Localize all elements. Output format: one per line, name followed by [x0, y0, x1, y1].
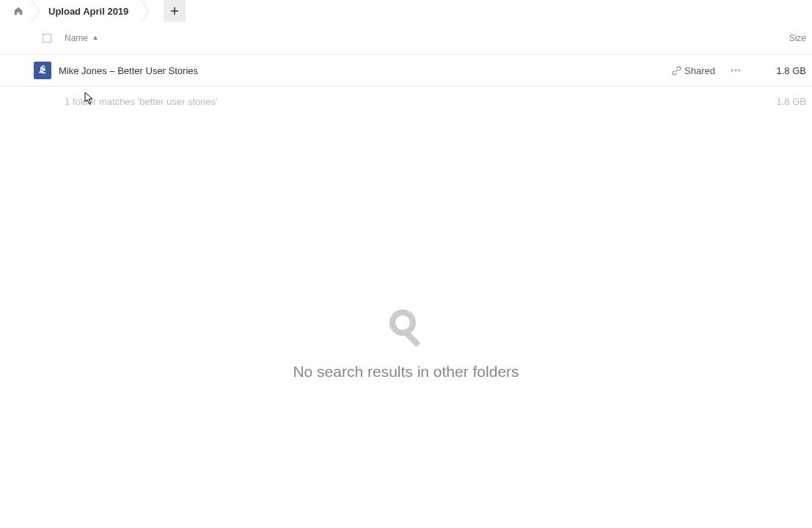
shared-indicator[interactable]: Shared	[672, 65, 715, 76]
summary-size: 1.8 GB	[762, 96, 806, 107]
svg-point-4	[735, 70, 737, 72]
breadcrumb-separator-icon	[31, 0, 41, 22]
folder-shared-icon	[34, 62, 51, 79]
search-icon	[388, 308, 425, 350]
name-column-header[interactable]: Name	[65, 33, 762, 43]
shared-label: Shared	[684, 65, 715, 76]
file-row[interactable]: Mike Jones – Better User Stories Shared …	[0, 55, 812, 87]
size-column-header[interactable]: Size	[762, 33, 806, 43]
svg-point-3	[731, 70, 734, 72]
empty-state-text: No search results in other folders	[293, 363, 519, 381]
breadcrumb-current-label: Upload April 2019	[48, 6, 128, 17]
summary-row: 1 folder matches 'better user stories' 1…	[0, 87, 812, 116]
plus-icon	[170, 7, 179, 15]
name-column-label: Name	[65, 33, 88, 43]
file-name: Mike Jones – Better User Stories	[59, 65, 672, 76]
breadcrumb: Upload April 2019	[0, 0, 812, 22]
breadcrumb-separator-icon	[140, 0, 150, 22]
ellipsis-icon	[731, 69, 741, 72]
more-options-button[interactable]	[727, 62, 745, 79]
size-column-label: Size	[789, 33, 806, 43]
sort-ascending-icon	[92, 33, 98, 43]
link-icon	[672, 66, 681, 76]
breadcrumb-current[interactable]: Upload April 2019	[41, 0, 140, 22]
svg-rect-7	[405, 331, 420, 347]
column-header-row: Name Size	[0, 22, 812, 55]
svg-point-6	[392, 312, 413, 333]
select-all-checkbox[interactable]	[43, 34, 51, 43]
file-size: 1.8 GB	[762, 65, 806, 76]
home-icon	[13, 6, 23, 16]
svg-point-5	[739, 70, 741, 72]
breadcrumb-home[interactable]	[6, 0, 31, 22]
add-button[interactable]	[164, 0, 186, 22]
empty-state: No search results in other folders	[0, 308, 812, 381]
summary-text: 1 folder matches 'better user stories'	[65, 96, 762, 107]
